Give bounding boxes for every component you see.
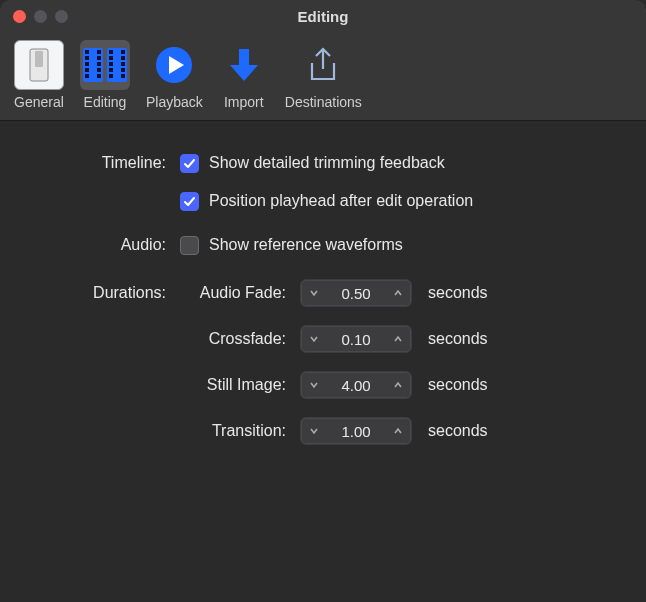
checkbox-detailed-trimming-label: Show detailed trimming feedback: [209, 154, 445, 172]
tab-editing-label: Editing: [84, 94, 127, 110]
preferences-toolbar: General Editing Playback: [0, 34, 646, 120]
chevron-up-icon[interactable]: [385, 288, 411, 298]
audio-fade-label: Audio Fade:: [172, 284, 292, 302]
svg-rect-7: [85, 68, 89, 72]
crossfade-unit: seconds: [428, 330, 488, 348]
transition-value: 1.00: [327, 423, 385, 440]
still-image-stepper[interactable]: 4.00: [300, 371, 412, 399]
svg-rect-15: [109, 56, 113, 60]
chevron-up-icon[interactable]: [385, 380, 411, 390]
svg-rect-21: [121, 62, 125, 66]
tab-editing[interactable]: Editing: [80, 40, 130, 110]
audio-fade-value: 0.50: [327, 285, 385, 302]
checkbox-reference-waveforms[interactable]: [180, 236, 199, 255]
import-icon: [219, 40, 269, 90]
editing-icon: [80, 40, 130, 90]
tab-import-label: Import: [224, 94, 264, 110]
svg-rect-13: [97, 74, 101, 78]
checkbox-position-playhead[interactable]: [180, 192, 199, 211]
svg-rect-8: [85, 74, 89, 78]
svg-rect-22: [121, 68, 125, 72]
svg-rect-1: [35, 51, 43, 67]
svg-rect-17: [109, 68, 113, 72]
svg-rect-9: [97, 50, 101, 54]
svg-rect-14: [109, 50, 113, 54]
svg-rect-10: [97, 56, 101, 60]
tab-destinations[interactable]: Destinations: [285, 40, 362, 110]
audio-label: Audio:: [0, 236, 172, 254]
checkbox-reference-waveforms-label: Show reference waveforms: [209, 236, 403, 254]
tab-general-label: General: [14, 94, 64, 110]
still-image-unit: seconds: [428, 376, 488, 394]
chevron-down-icon[interactable]: [301, 380, 327, 390]
close-window-button[interactable]: [13, 10, 26, 23]
transition-unit: seconds: [428, 422, 488, 440]
svg-rect-16: [109, 62, 113, 66]
chevron-down-icon[interactable]: [301, 288, 327, 298]
general-icon: [14, 40, 64, 90]
settings-content: Timeline: Show detailed trimming feedbac…: [0, 120, 646, 496]
tab-playback-label: Playback: [146, 94, 203, 110]
svg-rect-5: [85, 56, 89, 60]
transition-stepper[interactable]: 1.00: [300, 417, 412, 445]
tab-playback[interactable]: Playback: [146, 40, 203, 110]
chevron-down-icon[interactable]: [301, 426, 327, 436]
chevron-up-icon[interactable]: [385, 334, 411, 344]
minimize-window-button[interactable]: [34, 10, 47, 23]
svg-rect-4: [85, 50, 89, 54]
playback-icon: [149, 40, 199, 90]
svg-rect-6: [85, 62, 89, 66]
svg-rect-20: [121, 56, 125, 60]
zoom-window-button[interactable]: [55, 10, 68, 23]
crossfade-stepper[interactable]: 0.10: [300, 325, 412, 353]
transition-label: Transition:: [0, 422, 292, 440]
chevron-up-icon[interactable]: [385, 426, 411, 436]
tab-destinations-label: Destinations: [285, 94, 362, 110]
destinations-icon: [298, 40, 348, 90]
title-bar: Editing: [0, 0, 646, 34]
svg-rect-11: [97, 62, 101, 66]
checkbox-position-playhead-label: Position playhead after edit operation: [209, 192, 473, 210]
audio-fade-stepper[interactable]: 0.50: [300, 279, 412, 307]
chevron-down-icon[interactable]: [301, 334, 327, 344]
durations-label: Durations:: [0, 284, 172, 302]
svg-rect-23: [121, 74, 125, 78]
timeline-label: Timeline:: [0, 154, 172, 172]
svg-rect-18: [109, 74, 113, 78]
svg-rect-12: [97, 68, 101, 72]
still-image-label: Still Image:: [0, 376, 292, 394]
checkbox-detailed-trimming[interactable]: [180, 154, 199, 173]
audio-fade-unit: seconds: [428, 284, 488, 302]
crossfade-label: Crossfade:: [0, 330, 292, 348]
window-controls: [13, 10, 68, 23]
tab-general[interactable]: General: [14, 40, 64, 110]
tab-import[interactable]: Import: [219, 40, 269, 110]
svg-rect-25: [239, 49, 249, 67]
still-image-value: 4.00: [327, 377, 385, 394]
window-title: Editing: [0, 0, 646, 34]
crossfade-value: 0.10: [327, 331, 385, 348]
svg-rect-19: [121, 50, 125, 54]
